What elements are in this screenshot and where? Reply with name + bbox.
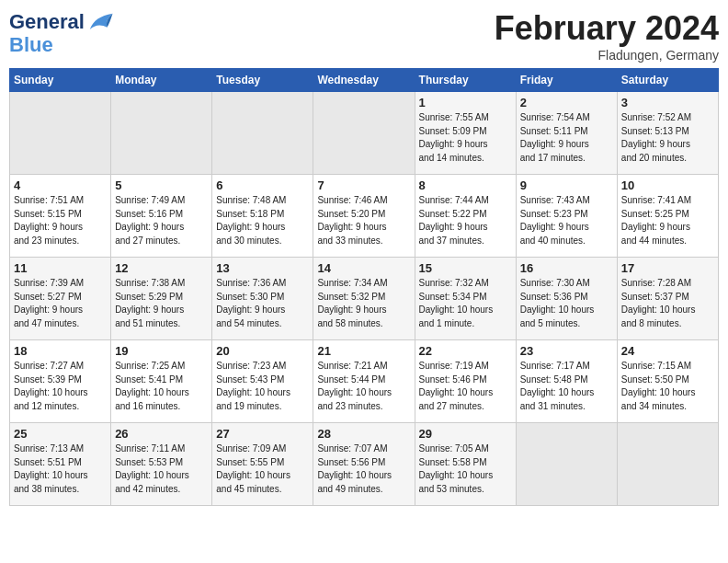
day-number: 22 [419,344,512,358]
calendar-body: 1Sunrise: 7:55 AM Sunset: 5:09 PM Daylig… [10,92,719,506]
day-info: Sunrise: 7:17 AM Sunset: 5:48 PM Dayligh… [520,360,613,413]
day-info: Sunrise: 7:32 AM Sunset: 5:34 PM Dayligh… [419,277,512,330]
day-info: Sunrise: 7:15 AM Sunset: 5:50 PM Dayligh… [621,360,714,413]
calendar-cell: 23Sunrise: 7:17 AM Sunset: 5:48 PM Dayli… [516,340,617,423]
calendar-cell: 10Sunrise: 7:41 AM Sunset: 5:25 PM Dayli… [617,175,718,258]
weekday-header-tuesday: Tuesday [212,69,313,92]
calendar-cell: 4Sunrise: 7:51 AM Sunset: 5:15 PM Daylig… [10,175,111,258]
day-number: 6 [216,178,309,192]
calendar-cell: 29Sunrise: 7:05 AM Sunset: 5:58 PM Dayli… [415,423,516,506]
calendar-cell: 17Sunrise: 7:28 AM Sunset: 5:37 PM Dayli… [617,258,718,340]
day-info: Sunrise: 7:52 AM Sunset: 5:13 PM Dayligh… [621,111,714,165]
calendar-cell: 12Sunrise: 7:38 AM Sunset: 5:29 PM Dayli… [111,258,212,340]
day-info: Sunrise: 7:36 AM Sunset: 5:30 PM Dayligh… [216,277,309,330]
day-number: 24 [621,344,714,358]
calendar-cell: 21Sunrise: 7:21 AM Sunset: 5:44 PM Dayli… [313,340,415,423]
day-number: 9 [520,178,613,192]
weekday-header-row: SundayMondayTuesdayWednesdayThursdayFrid… [10,69,719,92]
calendar-week-4: 18Sunrise: 7:27 AM Sunset: 5:39 PM Dayli… [10,340,719,423]
calendar-cell: 7Sunrise: 7:46 AM Sunset: 5:20 PM Daylig… [313,175,415,258]
day-number: 1 [419,96,512,109]
calendar-week-5: 25Sunrise: 7:13 AM Sunset: 5:51 PM Dayli… [10,423,719,506]
day-info: Sunrise: 7:46 AM Sunset: 5:20 PM Dayligh… [317,194,410,247]
day-number: 7 [317,178,410,192]
logo-text: General [9,12,85,32]
calendar-cell: 26Sunrise: 7:11 AM Sunset: 5:53 PM Dayli… [111,423,212,506]
day-info: Sunrise: 7:43 AM Sunset: 5:23 PM Dayligh… [520,194,613,247]
day-info: Sunrise: 7:38 AM Sunset: 5:29 PM Dayligh… [115,277,208,330]
day-info: Sunrise: 7:07 AM Sunset: 5:56 PM Dayligh… [317,442,410,496]
calendar-cell: 8Sunrise: 7:44 AM Sunset: 5:22 PM Daylig… [415,175,516,258]
weekday-header-sunday: Sunday [10,69,111,92]
calendar-cell: 16Sunrise: 7:30 AM Sunset: 5:36 PM Dayli… [516,258,617,340]
weekday-header-friday: Friday [516,69,617,92]
day-info: Sunrise: 7:41 AM Sunset: 5:25 PM Dayligh… [621,194,714,247]
calendar-cell [516,423,617,506]
day-number: 26 [115,427,208,441]
calendar-cell [313,92,415,175]
calendar-cell: 19Sunrise: 7:25 AM Sunset: 5:41 PM Dayli… [111,340,212,423]
calendar-week-1: 1Sunrise: 7:55 AM Sunset: 5:09 PM Daylig… [10,92,719,175]
day-number: 3 [621,96,714,109]
day-number: 2 [520,96,613,109]
weekday-header-thursday: Thursday [415,69,516,92]
calendar-cell: 18Sunrise: 7:27 AM Sunset: 5:39 PM Dayli… [10,340,111,423]
calendar-cell: 9Sunrise: 7:43 AM Sunset: 5:23 PM Daylig… [516,175,617,258]
day-info: Sunrise: 7:51 AM Sunset: 5:15 PM Dayligh… [14,194,107,247]
day-number: 25 [14,427,107,441]
day-number: 28 [317,427,410,441]
day-number: 19 [115,344,208,358]
day-info: Sunrise: 7:21 AM Sunset: 5:44 PM Dayligh… [317,360,410,413]
day-info: Sunrise: 7:25 AM Sunset: 5:41 PM Dayligh… [115,360,208,413]
calendar-cell: 3Sunrise: 7:52 AM Sunset: 5:13 PM Daylig… [617,92,718,175]
calendar-cell: 11Sunrise: 7:39 AM Sunset: 5:27 PM Dayli… [10,258,111,340]
logo-bird-icon [86,9,114,35]
calendar-cell [617,423,718,506]
calendar-cell [10,92,111,175]
day-number: 20 [216,344,309,358]
day-number: 23 [520,344,613,358]
calendar-cell [212,92,313,175]
day-info: Sunrise: 7:11 AM Sunset: 5:53 PM Dayligh… [115,442,208,496]
day-number: 14 [317,261,410,275]
day-info: Sunrise: 7:34 AM Sunset: 5:32 PM Dayligh… [317,277,410,330]
calendar-cell: 6Sunrise: 7:48 AM Sunset: 5:18 PM Daylig… [212,175,313,258]
calendar-cell: 22Sunrise: 7:19 AM Sunset: 5:46 PM Dayli… [415,340,516,423]
calendar-cell: 25Sunrise: 7:13 AM Sunset: 5:51 PM Dayli… [10,423,111,506]
title-block: February 2024 Fladungen, Germany [495,9,719,63]
day-info: Sunrise: 7:05 AM Sunset: 5:58 PM Dayligh… [419,442,512,496]
day-number: 12 [115,261,208,275]
day-info: Sunrise: 7:13 AM Sunset: 5:51 PM Dayligh… [14,442,107,496]
month-title: February 2024 [495,9,719,48]
day-number: 11 [14,261,107,275]
calendar-cell: 27Sunrise: 7:09 AM Sunset: 5:55 PM Dayli… [212,423,313,506]
day-info: Sunrise: 7:19 AM Sunset: 5:46 PM Dayligh… [419,360,512,413]
day-number: 15 [419,261,512,275]
weekday-header-wednesday: Wednesday [313,69,415,92]
day-info: Sunrise: 7:44 AM Sunset: 5:22 PM Dayligh… [419,194,512,247]
calendar-cell: 15Sunrise: 7:32 AM Sunset: 5:34 PM Dayli… [415,258,516,340]
logo-blue-text: Blue [9,33,53,56]
location-text: Fladungen, Germany [495,48,719,63]
day-info: Sunrise: 7:09 AM Sunset: 5:55 PM Dayligh… [216,442,309,496]
day-number: 27 [216,427,309,441]
day-number: 18 [14,344,107,358]
calendar-week-3: 11Sunrise: 7:39 AM Sunset: 5:27 PM Dayli… [10,258,719,340]
day-number: 21 [317,344,410,358]
calendar-cell: 20Sunrise: 7:23 AM Sunset: 5:43 PM Dayli… [212,340,313,423]
calendar-cell: 13Sunrise: 7:36 AM Sunset: 5:30 PM Dayli… [212,258,313,340]
page-header: General Blue February 2024 Fladungen, Ge… [9,9,719,63]
calendar-cell: 24Sunrise: 7:15 AM Sunset: 5:50 PM Dayli… [617,340,718,423]
calendar-week-2: 4Sunrise: 7:51 AM Sunset: 5:15 PM Daylig… [10,175,719,258]
calendar-cell: 28Sunrise: 7:07 AM Sunset: 5:56 PM Dayli… [313,423,415,506]
day-info: Sunrise: 7:55 AM Sunset: 5:09 PM Dayligh… [419,111,512,165]
day-info: Sunrise: 7:54 AM Sunset: 5:11 PM Dayligh… [520,111,613,165]
day-number: 8 [419,178,512,192]
calendar-cell: 5Sunrise: 7:49 AM Sunset: 5:16 PM Daylig… [111,175,212,258]
day-info: Sunrise: 7:39 AM Sunset: 5:27 PM Dayligh… [14,277,107,330]
calendar-cell [111,92,212,175]
weekday-header-saturday: Saturday [617,69,718,92]
day-info: Sunrise: 7:23 AM Sunset: 5:43 PM Dayligh… [216,360,309,413]
weekday-header-monday: Monday [111,69,212,92]
day-info: Sunrise: 7:49 AM Sunset: 5:16 PM Dayligh… [115,194,208,247]
